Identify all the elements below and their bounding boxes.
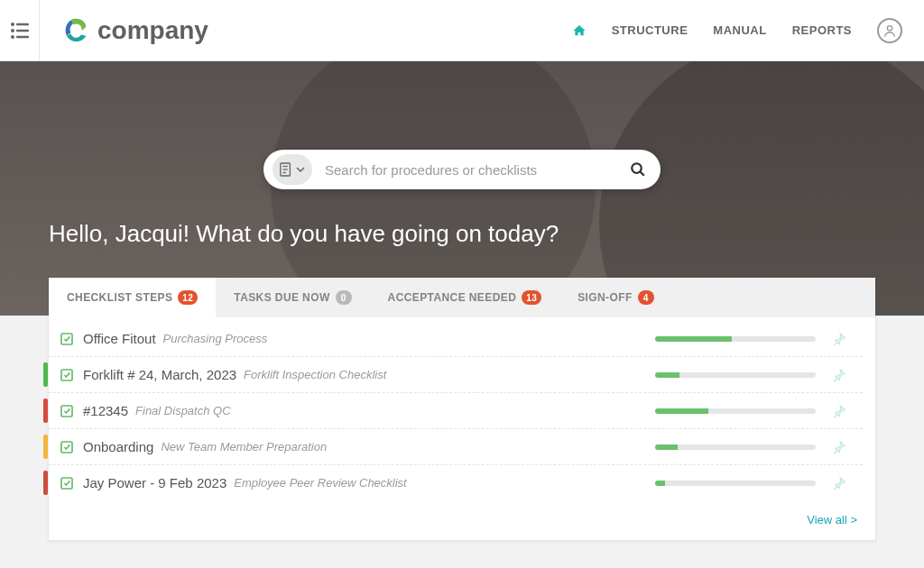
svg-point-4: [11, 35, 14, 39]
document-icon: [280, 162, 292, 177]
nav-reports[interactable]: REPORTS: [792, 23, 852, 37]
checklist-icon: [60, 368, 74, 382]
progress-bar: [655, 408, 816, 414]
list-item[interactable]: OnboardingNew Team Member Preparation: [49, 429, 863, 465]
pin-icon[interactable]: [832, 368, 846, 382]
svg-point-6: [887, 25, 892, 30]
status-accent: [43, 362, 48, 387]
checklist-icon: [60, 476, 74, 490]
view-all-wrap: View all >: [49, 508, 875, 540]
svg-rect-5: [16, 35, 29, 37]
brand-name: company: [97, 16, 208, 45]
status-accent: [43, 399, 48, 423]
svg-rect-1: [16, 23, 29, 24]
svg-point-0: [11, 23, 14, 26]
checklist-list: Office FitoutPurchasing ProcessForklift …: [49, 317, 875, 508]
item-subtitle: Purchasing Process: [163, 332, 268, 345]
nav-manual[interactable]: MANUAL: [713, 23, 766, 37]
progress-bar: [655, 336, 816, 342]
nav-structure[interactable]: STRUCTURE: [612, 23, 688, 37]
chevron-down-icon: [296, 167, 305, 172]
svg-point-11: [632, 163, 642, 173]
progress-fill: [655, 336, 732, 342]
item-subtitle: Employee Peer Review Checklist: [234, 476, 406, 490]
item-title: #12345: [83, 403, 128, 418]
progress-fill: [655, 481, 665, 486]
search-icon: [630, 161, 646, 178]
progress-bar: [655, 444, 816, 450]
item-title: Forklift # 24, March, 2023: [83, 367, 236, 382]
pin-icon[interactable]: [832, 476, 846, 490]
hero: Hello, Jacqui! What do you have going on…: [0, 61, 924, 316]
status-accent: [43, 435, 48, 459]
checklist-icon: [60, 332, 74, 346]
nav-right: STRUCTURE MANUAL REPORTS: [572, 18, 924, 43]
topbar: company STRUCTURE MANUAL REPORTS: [0, 0, 924, 61]
svg-point-2: [11, 29, 14, 32]
search-button[interactable]: [621, 161, 655, 178]
brand[interactable]: company: [40, 15, 208, 46]
status-accent: [43, 471, 48, 495]
search-bar: [263, 150, 661, 189]
greeting: Hello, Jacqui! What do you have going on…: [49, 220, 559, 248]
item-title: Onboarding: [83, 439, 153, 454]
progress-bar: [655, 481, 816, 486]
item-subtitle: Forklift Inspection Checklist: [244, 368, 386, 381]
home-icon: [572, 23, 587, 38]
user-icon: [882, 23, 897, 38]
pin-icon[interactable]: [832, 440, 846, 454]
svg-line-12: [640, 171, 644, 176]
search-type-dropdown[interactable]: [273, 154, 312, 185]
user-avatar[interactable]: [877, 18, 902, 43]
progress-fill: [655, 444, 678, 450]
checklist-icon: [60, 440, 74, 454]
view-all-link[interactable]: View all >: [807, 513, 857, 527]
svg-rect-3: [16, 29, 29, 31]
list-item[interactable]: Forklift # 24, March, 2023Forklift Inspe…: [49, 357, 863, 393]
progress-bar: [655, 372, 816, 378]
item-title: Jay Power - 9 Feb 2023: [83, 475, 226, 490]
logo-icon: [60, 15, 90, 46]
search-input[interactable]: [312, 162, 621, 178]
item-subtitle: Final Dispatch QC: [135, 404, 230, 417]
main-panel: CHECKLIST STEPS12TASKS DUE NOW0ACCEPTANC…: [49, 278, 875, 540]
menu-toggle-button[interactable]: [0, 0, 40, 61]
list-icon: [11, 23, 29, 39]
item-subtitle: New Team Member Preparation: [161, 440, 327, 453]
pin-icon[interactable]: [832, 404, 846, 418]
list-item[interactable]: Office FitoutPurchasing Process: [49, 321, 863, 357]
item-title: Office Fitout: [83, 331, 156, 346]
list-item[interactable]: Jay Power - 9 Feb 2023Employee Peer Revi…: [49, 465, 863, 500]
home-link[interactable]: [572, 23, 587, 38]
progress-fill: [655, 408, 708, 414]
checklist-icon: [60, 404, 74, 418]
list-item[interactable]: #12345Final Dispatch QC: [49, 393, 863, 429]
pin-icon[interactable]: [832, 332, 846, 346]
progress-fill: [655, 372, 679, 378]
